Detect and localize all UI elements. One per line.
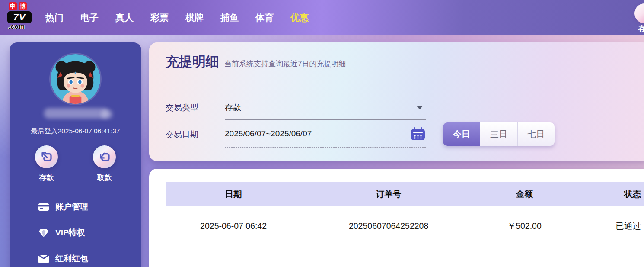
transaction-type-label: 交易类型 (166, 102, 198, 113)
filter-panel: 充提明细 当前系统支持查询最近7日的充提明细 交易类型 存款 交易日期 2025… (149, 42, 644, 161)
nav-item-promos[interactable]: 优惠 (290, 12, 309, 24)
sidebar-item-account[interactable]: 账户管理 (10, 198, 141, 216)
nav-item-live[interactable]: 真人 (115, 12, 134, 24)
records-table-panel: 日期 订单号 金额 状态 2025-06-07 06:42 2025060706… (149, 169, 644, 267)
deposit-button[interactable]: 存款 (24, 145, 70, 183)
sidebar-item-label: 账户管理 (55, 201, 88, 212)
calendar-icon[interactable] (411, 127, 425, 140)
transaction-date-label: 交易日期 (166, 129, 198, 140)
brand-logo[interactable]: 申 博 7V .com (7, 2, 38, 30)
table-row: 2025-06-07 06:42 20250607064252208 ￥502.… (166, 206, 644, 245)
blurred-username (44, 108, 109, 119)
page-title-row: 充提明细 当前系统支持查询最近7日的充提明细 (166, 53, 346, 71)
cell-amount: ￥502.00 (476, 220, 573, 232)
withdraw-icon (93, 145, 116, 168)
vip-gem-icon (38, 227, 49, 238)
sidebar-item-label: 红利红包 (55, 253, 88, 264)
nav-item-lottery[interactable]: 彩票 (150, 12, 169, 24)
transaction-type-select[interactable]: 存款 (225, 102, 426, 113)
main-nav: 热门 电子 真人 彩票 棋牌 捕鱼 体育 优惠 (45, 0, 309, 35)
page-title: 充提明细 (166, 53, 219, 71)
sidebar-actions: 存款 取款 (10, 145, 141, 183)
floating-deposit-label: 存 (638, 24, 644, 34)
withdraw-label: 取款 (97, 173, 112, 183)
nav-item-cards[interactable]: 棋牌 (185, 12, 204, 24)
range-button-today[interactable]: 今日 (443, 122, 480, 146)
sidebar: 最后登入2025-06-07 06:41:37 存款 (10, 42, 141, 267)
sidebar-item-bonus[interactable]: 红利红包 (10, 250, 141, 267)
sidebar-menu: 账户管理 VIP特权 红利红包 (10, 198, 141, 267)
brand-logo-domain: .com (8, 23, 38, 30)
transaction-date-input[interactable]: 2025/06/07~2025/06/07 (225, 129, 426, 138)
sidebar-avatar[interactable] (51, 54, 100, 104)
date-range-group: 今日 三日 七日 (443, 122, 555, 146)
top-nav: 申 博 7V .com 热门 电子 真人 彩票 棋牌 捕鱼 体育 优惠 (0, 0, 644, 35)
date-underline (225, 147, 426, 148)
column-header-order: 订单号 (301, 188, 476, 200)
column-header-status: 状态 (573, 188, 644, 200)
column-header-amount: 金额 (476, 188, 573, 200)
brand-badges: 申 博 (9, 2, 38, 10)
nav-item-sports[interactable]: 体育 (255, 12, 274, 24)
deposit-icon (35, 145, 58, 168)
chevron-down-icon[interactable] (416, 106, 423, 109)
cell-date: 2025-06-07 06:42 (166, 221, 301, 231)
range-button-7days[interactable]: 七日 (518, 122, 555, 146)
nav-item-slots[interactable]: 电子 (80, 12, 99, 24)
column-header-date: 日期 (166, 188, 301, 200)
red-packet-icon (38, 253, 49, 264)
select-underline (225, 119, 426, 120)
page-root: 申 博 7V .com 热门 电子 真人 彩票 棋牌 捕鱼 体育 优惠 (0, 0, 644, 267)
sidebar-item-vip[interactable]: VIP特权 (10, 224, 141, 241)
blurred-username (101, 110, 112, 119)
cell-order-number: 20250607064252208 (301, 221, 476, 231)
range-button-3days[interactable]: 三日 (480, 122, 517, 146)
nav-item-fishing[interactable]: 捕鱼 (220, 12, 239, 24)
sidebar-item-label: VIP特权 (55, 227, 85, 238)
cell-status: 已通过 (573, 220, 644, 232)
last-login-text: 最后登入2025-06-07 06:41:37 (10, 127, 141, 136)
bank-card-icon (38, 201, 49, 212)
deposit-label: 存款 (39, 173, 54, 183)
withdraw-button[interactable]: 取款 (82, 145, 128, 183)
nav-item-hot[interactable]: 热门 (45, 12, 64, 24)
table-header: 日期 订单号 金额 状态 (166, 182, 644, 206)
brand-badge-bo: 博 (19, 2, 27, 10)
page-subtitle: 当前系统支持查询最近7日的充提明细 (224, 59, 346, 69)
brand-badge-shen: 申 (9, 2, 17, 10)
brand-logo-text: 7V (7, 11, 32, 23)
